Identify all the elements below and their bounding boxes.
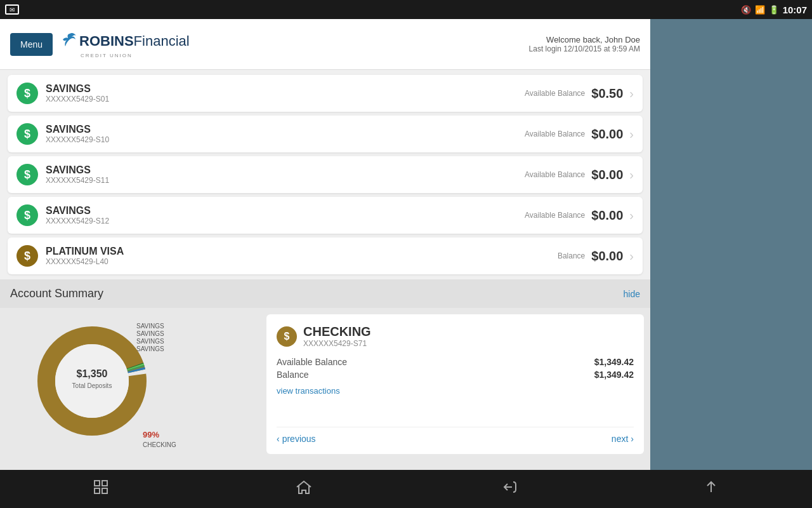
svg-text:$1,350: $1,350 bbox=[77, 368, 108, 379]
account-name-3: SAVINGS bbox=[46, 205, 525, 217]
battery-icon: 🔋 bbox=[769, 5, 779, 15]
chevron-right-icon: › bbox=[631, 434, 634, 444]
chevron-right-4: › bbox=[629, 249, 634, 264]
balance-amount-2: $0.00 bbox=[591, 168, 623, 182]
chart-area: SAVINGS SAVINGS SAVINGS SAVINGS bbox=[6, 314, 260, 454]
view-transactions-link[interactable]: view transactions bbox=[277, 386, 634, 396]
svg-rect-10 bbox=[95, 488, 100, 493]
mute-icon: 🔇 bbox=[741, 5, 751, 15]
logo: ROBINS Financial CREDIT UNION bbox=[60, 30, 190, 58]
account-row-1[interactable]: $ SAVINGS XXXXXX5429-S10 Available Balan… bbox=[8, 116, 643, 152]
nav-squares-icon[interactable] bbox=[93, 479, 108, 498]
accounts-list: $ SAVINGS XXXXXX5429-S01 Available Balan… bbox=[0, 70, 650, 279]
balance-amount-3: $0.00 bbox=[591, 208, 623, 223]
right-panel bbox=[650, 19, 812, 508]
previous-link[interactable]: ‹ previous bbox=[277, 434, 316, 444]
balance-section-2: Available Balance $0.00 › bbox=[525, 168, 634, 182]
next-label: next bbox=[612, 434, 628, 444]
chevron-right-2: › bbox=[629, 168, 634, 182]
balance-section-1: Available Balance $0.00 › bbox=[525, 127, 634, 142]
account-name-4: PLATINUM VISA bbox=[46, 246, 558, 257]
chevron-right-0: › bbox=[629, 86, 634, 101]
balance-label-1: Available Balance bbox=[525, 130, 585, 138]
detail-rows: Available Balance $1,349.42 Balance $1,3… bbox=[277, 357, 634, 427]
summary-header: Account Summary hide bbox=[0, 279, 650, 308]
account-info-3: SAVINGS XXXXXX5429-S12 bbox=[46, 205, 525, 225]
account-row-2[interactable]: $ SAVINGS XXXXXX5429-S11 Available Balan… bbox=[8, 156, 643, 193]
balance-label-detail: Balance bbox=[277, 370, 309, 380]
bird-icon bbox=[60, 30, 79, 53]
status-bar: ✉ 🔇 📶 🔋 10:07 bbox=[0, 0, 812, 19]
detail-nav: ‹ previous next › bbox=[277, 427, 634, 444]
detail-account-icon: $ bbox=[277, 326, 297, 347]
account-name-1: SAVINGS bbox=[46, 124, 525, 135]
welcome-text: Welcome back, John Doe bbox=[529, 35, 640, 44]
detail-account-name-wrapper: CHECKING XXXXXX5429-S71 bbox=[303, 324, 371, 348]
next-link[interactable]: next › bbox=[612, 434, 634, 444]
header-left: Menu ROBINS Financial bbox=[10, 30, 190, 58]
account-row[interactable]: $ SAVINGS XXXXXX5429-S01 Available Balan… bbox=[8, 75, 643, 112]
detail-account-header: $ CHECKING XXXXXX5429-S71 bbox=[277, 324, 634, 348]
previous-label: previous bbox=[282, 434, 316, 444]
logo-text: ROBINS Financial CREDIT UNION bbox=[60, 30, 190, 58]
nav-back-icon[interactable] bbox=[499, 479, 517, 498]
content-panel: Menu ROBINS Financial bbox=[0, 19, 650, 508]
balance-amount-1: $0.00 bbox=[591, 127, 623, 142]
summary-body: SAVINGS SAVINGS SAVINGS SAVINGS bbox=[0, 308, 650, 460]
chart-wrapper: SAVINGS SAVINGS SAVINGS SAVINGS bbox=[13, 318, 254, 451]
summary-title: Account Summary bbox=[10, 287, 103, 300]
svg-rect-9 bbox=[102, 481, 107, 486]
svg-point-5 bbox=[55, 344, 129, 418]
account-number-2: XXXXXX5429-S11 bbox=[46, 176, 525, 185]
available-balance-row: Available Balance $1,349.42 bbox=[277, 357, 634, 367]
available-balance-label: Available Balance bbox=[277, 357, 347, 367]
account-number-4: XXXXXX5429-L40 bbox=[46, 257, 558, 266]
balance-label-0: Available Balance bbox=[525, 89, 585, 98]
chevron-right-3: › bbox=[629, 208, 634, 223]
detail-account-number: XXXXXX5429-S71 bbox=[303, 339, 371, 348]
balance-label-2: Available Balance bbox=[525, 170, 585, 179]
account-info-1: SAVINGS XXXXXX5429-S10 bbox=[46, 124, 525, 144]
checking-label: CHECKING bbox=[143, 441, 176, 448]
balance-label-3: Available Balance bbox=[525, 211, 585, 220]
chevron-right-1: › bbox=[629, 127, 634, 142]
logo-sub: CREDIT UNION bbox=[81, 53, 133, 58]
account-number-0: XXXXXX5429-S01 bbox=[46, 95, 525, 104]
wifi-icon: 📶 bbox=[755, 5, 765, 15]
balance-section-4: Balance $0.00 › bbox=[558, 249, 634, 264]
balance-section-0: Available Balance $0.50 › bbox=[525, 86, 634, 101]
account-icon-1: $ bbox=[16, 123, 38, 145]
account-info-2: SAVINGS XXXXXX5429-S11 bbox=[46, 164, 525, 185]
balance-amount-4: $0.00 bbox=[591, 249, 623, 264]
nav-up-icon[interactable] bbox=[704, 479, 719, 498]
balance-label-4: Balance bbox=[558, 251, 585, 260]
account-info-0: SAVINGS XXXXXX5429-S01 bbox=[46, 83, 525, 104]
account-icon-3: $ bbox=[16, 204, 38, 226]
header-right: Welcome back, John Doe Last login 12/10/… bbox=[529, 35, 640, 53]
hide-link[interactable]: hide bbox=[624, 289, 640, 299]
account-name-2: SAVINGS bbox=[46, 164, 525, 176]
svg-rect-11 bbox=[102, 488, 107, 493]
svg-text:Total Deposits: Total Deposits bbox=[72, 382, 112, 389]
account-row-4[interactable]: $ PLATINUM VISA XXXXXX5429-L40 Balance $… bbox=[8, 237, 643, 274]
account-number-3: XXXXXX5429-S12 bbox=[46, 217, 525, 225]
email-icon: ✉ bbox=[5, 4, 19, 15]
account-icon-4: $ bbox=[16, 245, 38, 267]
chevron-left-icon: ‹ bbox=[277, 434, 280, 444]
status-bar-right: 🔇 📶 🔋 10:07 bbox=[741, 4, 807, 15]
account-info-4: PLATINUM VISA XXXXXX5429-L40 bbox=[46, 246, 558, 266]
time-display: 10:07 bbox=[783, 4, 807, 15]
main-container: Menu ROBINS Financial bbox=[0, 19, 812, 508]
account-row-3[interactable]: $ SAVINGS XXXXXX5429-S12 Available Balan… bbox=[8, 197, 643, 234]
menu-button[interactable]: Menu bbox=[10, 33, 53, 56]
balance-section-3: Available Balance $0.00 › bbox=[525, 208, 634, 223]
account-icon-2: $ bbox=[16, 164, 38, 185]
account-number-1: XXXXXX5429-S10 bbox=[46, 135, 525, 144]
detail-account-name: CHECKING bbox=[303, 324, 371, 339]
donut-chart: $1,350 Total Deposits bbox=[32, 321, 152, 441]
app-header: Menu ROBINS Financial bbox=[0, 19, 650, 70]
nav-home-icon[interactable] bbox=[295, 479, 313, 499]
checking-pct-label: 99% bbox=[143, 430, 159, 439]
last-login-text: Last login 12/10/2015 at 9:59 AM bbox=[529, 44, 640, 53]
balance-value-detail: $1,349.42 bbox=[594, 370, 634, 380]
